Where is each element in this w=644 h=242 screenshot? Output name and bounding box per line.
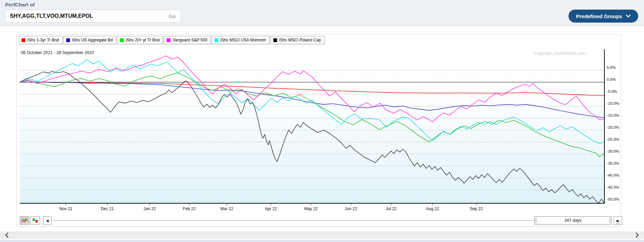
x-axis-tick-label: Aug 22 [426, 206, 439, 211]
legend-label: iShs MSCI USA Momntm [220, 38, 266, 42]
legend-item-voo[interactable]: Vanguard S&P 500 [164, 36, 211, 44]
slider-row: ◀ 247 days ▶ [17, 216, 621, 225]
line-chart-icon [21, 218, 28, 223]
legend-swatch [167, 38, 170, 42]
slider-track[interactable] [52, 220, 534, 221]
legend-item-agg[interactable]: iShs US Aggregate Bd [64, 36, 116, 44]
chevron-down-icon [626, 14, 631, 18]
header-bar: PerfChart of Go Predefined Groups [0, 0, 644, 26]
slider-window-handle[interactable]: 247 days [534, 216, 612, 225]
histogram-icon [31, 218, 39, 223]
line-mode-button[interactable] [20, 216, 29, 225]
y-axis-tick-label: -20.0% [607, 125, 619, 129]
legend-swatch [66, 38, 70, 42]
scroll-left-button[interactable] [5, 232, 9, 238]
page-bottom-band [0, 240, 644, 242]
x-axis-tick-label: Mar 22 [220, 206, 233, 211]
y-axis-tick-label: -5.0% [607, 89, 617, 93]
legend-item-tlt[interactable]: iShs 20+ yr Tr Bnd [117, 36, 163, 44]
scroll-right-button[interactable] [635, 232, 639, 238]
x-axis-tick-label: Jun 22 [345, 206, 357, 211]
legend-swatch [273, 38, 277, 42]
legend-label: iShs US Aggregate Bd [72, 38, 113, 42]
legend-item-shy[interactable]: iShs 1-3yr Tr Bnd [19, 36, 63, 44]
x-axis-tick-label: Jul 22 [386, 206, 397, 211]
symbols-input[interactable] [10, 13, 168, 19]
legend-label: iShs 20+ yr Tr Bnd [126, 38, 160, 42]
legend-label: iShs MSCI Poland Cap [279, 38, 321, 42]
legend-swatch [215, 38, 218, 42]
page-title: PerfChart of [5, 2, 35, 8]
x-axis-tick-label: Feb 22 [183, 206, 196, 211]
predefined-groups-button[interactable]: Predefined Groups [568, 10, 638, 23]
handle-grip-left [535, 218, 537, 223]
legend-item-mtum[interactable]: iShs MSCI USA Momntm [212, 36, 270, 44]
y-axis-tick-label: -50.0% [607, 197, 619, 201]
predefined-groups-label: Predefined Groups [576, 13, 622, 19]
y-axis-tick-label: -35.0% [607, 161, 619, 165]
histogram-mode-button[interactable] [30, 216, 40, 225]
y-axis-tick-label: -25.0% [607, 137, 619, 141]
y-axis-tick-label: -45.0% [607, 185, 619, 189]
x-axis-tick-label: May 22 [304, 206, 318, 211]
y-axis-tick-label: -30.0% [607, 149, 619, 153]
symbol-input-wrap: Go [5, 10, 181, 23]
x-axis-tick-label: Dec 21 [101, 206, 114, 211]
copyright-label: Copyright, StockCharts.com [534, 51, 585, 56]
date-range-label: 06 October 2021 - 28 September 2022 [21, 50, 94, 55]
y-axis-tick-label: 5.0% [607, 65, 616, 69]
x-axis-tick-label: Apr 22 [265, 206, 277, 211]
legend-swatch [22, 38, 25, 42]
y-axis-tick-label: -15.0% [607, 113, 619, 117]
resize-grip-icon[interactable] [616, 220, 620, 226]
y-axis-tick-label: 0.0% [607, 77, 616, 81]
x-axis-tick-label: Nov 21 [59, 206, 72, 211]
handle-grip-right [609, 218, 611, 223]
go-button[interactable]: Go [168, 13, 176, 19]
x-axis-tick-label: Sep 22 [470, 206, 483, 211]
legend-label: iShs 1-3yr Tr Bnd [27, 38, 59, 42]
horizontal-scrollbar[interactable] [0, 231, 644, 239]
legend-row: iShs 1-3yr Tr BndiShs US Aggregate BdiSh… [19, 36, 325, 44]
plot-background [20, 49, 604, 203]
x-axis-tick-label: Jan 22 [143, 206, 156, 211]
y-axis-tick-label: -40.0% [607, 173, 619, 177]
y-axis-tick-label: -10.0% [607, 101, 619, 105]
left-triangle-icon: ◀ [46, 219, 49, 222]
perfchart-panel: iShs 1-3yr Tr BndiShs US Aggregate BdiSh… [16, 34, 621, 227]
slider-window-label: 247 days [537, 218, 608, 223]
legend-item-epol[interactable]: iShs MSCI Poland Cap [271, 36, 325, 44]
legend-label: Vanguard S&P 500 [173, 38, 207, 42]
perf-chart-svg: 5.0%0.0%-5.0%-10.0%-15.0%-20.0%-25.0%-30… [17, 35, 621, 215]
slider-left-button[interactable]: ◀ [43, 216, 52, 225]
legend-swatch [120, 38, 124, 42]
